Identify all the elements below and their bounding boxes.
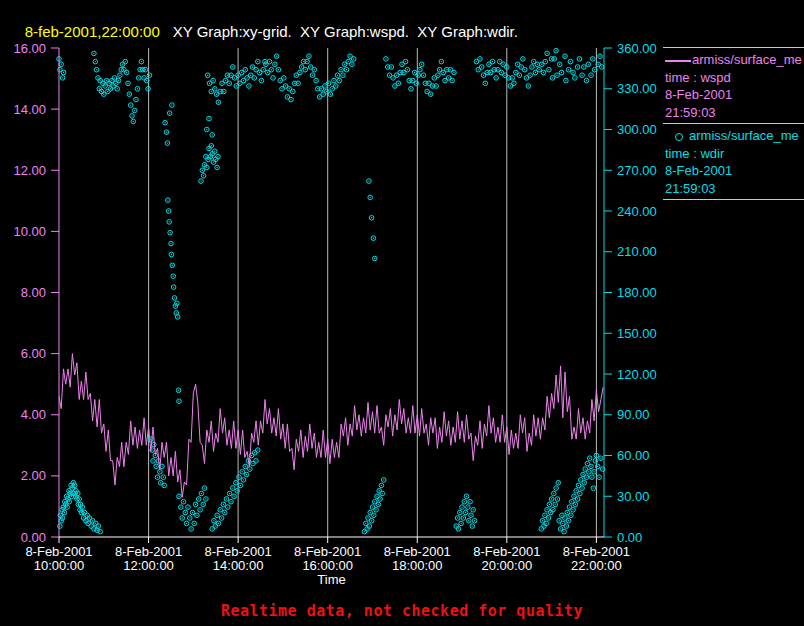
wdir-point-center bbox=[342, 75, 343, 76]
wdir-point-center bbox=[167, 199, 168, 200]
wdir-point-center bbox=[332, 88, 333, 89]
wdir-point-center bbox=[319, 96, 320, 97]
wdir-point-center bbox=[216, 94, 217, 95]
wdir-point-center bbox=[202, 170, 203, 171]
wdir-point-center bbox=[212, 80, 213, 81]
wdir-point-center bbox=[479, 58, 480, 59]
wdir-point-center bbox=[145, 69, 146, 70]
wdir-point-center bbox=[141, 61, 142, 62]
wdir-point-center bbox=[577, 66, 578, 67]
wdir-point-center bbox=[276, 56, 277, 57]
wdir-point-center bbox=[160, 482, 161, 483]
wdir-point-center bbox=[74, 485, 75, 486]
wdir-point-center bbox=[439, 69, 440, 70]
wdir-point-center bbox=[208, 148, 209, 149]
wdir-point-center bbox=[290, 99, 291, 100]
wdir-point-center bbox=[501, 72, 502, 73]
wdir-point-center bbox=[117, 88, 118, 89]
wdir-point-center bbox=[379, 498, 380, 499]
wdir-point-center bbox=[465, 512, 466, 513]
wdir-point-center bbox=[602, 468, 603, 469]
wdir-point-center bbox=[243, 80, 244, 81]
wdir-point-center bbox=[552, 509, 553, 510]
time-axis-time-label: 20:00:00 bbox=[482, 558, 533, 573]
wdir-point-center bbox=[412, 80, 413, 81]
wdir-point-center bbox=[559, 520, 560, 521]
wdir-point-center bbox=[211, 91, 212, 92]
wdir-point-center bbox=[287, 96, 288, 97]
wdir-point-center bbox=[171, 254, 172, 255]
wdir-point-center bbox=[176, 312, 177, 313]
wdir-point-center bbox=[590, 75, 591, 76]
wdir-point-center bbox=[212, 134, 213, 135]
wdir-point-center bbox=[461, 506, 462, 507]
wdir-point-center bbox=[218, 523, 219, 524]
wdir-point-center bbox=[272, 77, 273, 78]
wdir-point-center bbox=[245, 466, 246, 467]
wdir-point-center bbox=[310, 66, 311, 67]
wdir-point-center bbox=[513, 83, 514, 84]
wdir-point-center bbox=[215, 159, 216, 160]
left-axis-tick-label: 10.00 bbox=[13, 224, 46, 239]
wdir-point-center bbox=[519, 75, 520, 76]
wdir-point-center bbox=[220, 91, 221, 92]
wdir-point-center bbox=[506, 66, 507, 67]
wdir-point-center bbox=[481, 66, 482, 67]
wdir-point-center bbox=[227, 506, 228, 507]
wdir-point-center bbox=[133, 121, 134, 122]
wdir-point-center bbox=[195, 504, 196, 505]
wdir-point-center bbox=[443, 72, 444, 73]
wdir-point-center bbox=[567, 512, 568, 513]
wdir-point-center bbox=[317, 88, 318, 89]
left-axis-tick-label: 4.00 bbox=[21, 407, 46, 422]
wdir-point-center bbox=[130, 104, 131, 105]
wdir-point-center bbox=[374, 501, 375, 502]
wdir-point-center bbox=[93, 528, 94, 529]
wdir-point-center bbox=[167, 142, 168, 143]
wdir-point-center bbox=[378, 504, 379, 505]
wdir-point-center bbox=[207, 75, 208, 76]
wdir-point-center bbox=[126, 72, 127, 73]
wdir-point-center bbox=[597, 466, 598, 467]
right-axis-tick-label: 30.00 bbox=[617, 489, 650, 504]
wdir-point-center bbox=[63, 72, 64, 73]
wdir-point-center bbox=[410, 88, 411, 89]
wdir-point-center bbox=[110, 88, 111, 89]
left-axis-tick-label: 2.00 bbox=[21, 468, 46, 483]
wdir-point-center bbox=[558, 482, 559, 483]
wdir-point-center bbox=[374, 258, 375, 259]
wdir-point-center bbox=[396, 75, 397, 76]
wdir-point-center bbox=[217, 156, 218, 157]
legend-time: 21:59:03 bbox=[665, 180, 804, 198]
wdir-point-center bbox=[351, 64, 352, 65]
right-axis-tick-label: 330.00 bbox=[617, 81, 657, 96]
right-axis-tick-label: 360.00 bbox=[617, 41, 657, 56]
wdir-point-center bbox=[151, 449, 152, 450]
wdir-point-center bbox=[321, 88, 322, 89]
wdir-point-center bbox=[554, 58, 555, 59]
wdir-point-center bbox=[434, 77, 435, 78]
wdir-point-center bbox=[483, 75, 484, 76]
wdir-point-center bbox=[504, 75, 505, 76]
legend: armiss/surface_me time : wspd 8-Feb-2001… bbox=[663, 47, 804, 200]
wdir-point-center bbox=[171, 104, 172, 105]
wdir-point-center bbox=[428, 83, 429, 84]
wdir-point-center bbox=[72, 487, 73, 488]
left-axis-tick-label: 14.00 bbox=[13, 102, 46, 117]
time-axis-time-label: 18:00:00 bbox=[392, 558, 443, 573]
line-sample-icon bbox=[665, 60, 691, 62]
legend-date: 8-Feb-2001 bbox=[665, 162, 804, 180]
wdir-point-center bbox=[457, 517, 458, 518]
wdir-point-center bbox=[512, 77, 513, 78]
wdir-point-center bbox=[198, 498, 199, 499]
wdir-point-center bbox=[155, 455, 156, 456]
wdir-point-center bbox=[526, 77, 527, 78]
wdir-point-center bbox=[555, 487, 556, 488]
wdir-point-center bbox=[460, 523, 461, 524]
right-axis-tick-label: 120.00 bbox=[617, 367, 657, 382]
wdir-point-center bbox=[389, 75, 390, 76]
wdir-point-center bbox=[552, 77, 553, 78]
wdir-point-center bbox=[240, 485, 241, 486]
quality-notice: Realtime data, not checked for quality bbox=[0, 602, 804, 620]
wdir-point-center bbox=[138, 77, 139, 78]
